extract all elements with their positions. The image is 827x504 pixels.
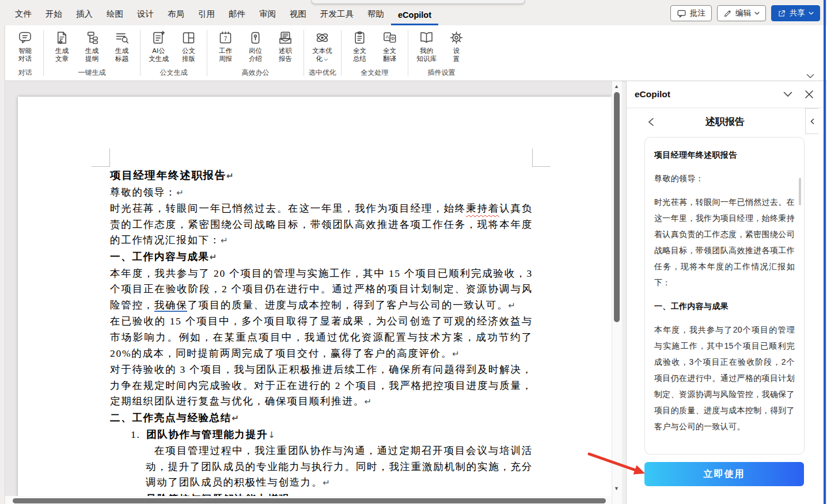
doc-title: 项目经理年终述职报告↵ (110, 168, 533, 185)
full-translate-icon: AΦ (382, 30, 397, 45)
close-icon[interactable] (805, 90, 813, 98)
document-page[interactable]: 项目经理年终述职报告↵ 尊敬的领导：↵ 时光荏苒，转眼间一年已悄然过去。在这一年… (18, 97, 612, 504)
paragraph-mark: ↵ (232, 413, 239, 423)
panel-collapse-handle[interactable] (805, 108, 818, 134)
scroll-down-icon[interactable]: ▼ (614, 486, 619, 491)
button-label: 知识库 (416, 55, 437, 63)
ribbon-group-label: 高效办公 (212, 65, 299, 79)
vertical-scrollbar-thumb[interactable] (614, 92, 620, 322)
ribbon-group-official-doc: AI公 文生成 公文 排版 公文生成 (141, 25, 206, 81)
button-label: 智能 (18, 47, 32, 55)
paragraph-mark: ↵ (323, 478, 330, 488)
comment-button[interactable]: 批注 (670, 5, 712, 21)
full-summary-icon (352, 30, 367, 45)
ribbon-group-one-click: 生成 文章 生成 提纲 生成 标题 一键生成 (44, 25, 139, 81)
doc-paragraph: 在已验收的 15 个项目中，多个项目取得了显著成果，为公司创造了可观的经济效益与… (110, 314, 533, 362)
ribbon: 智能 对话 对话 生成 文章 生成 提纲 生成 标题 一键生成 (5, 25, 827, 81)
duty-report-button[interactable]: 述职 报告 (272, 28, 299, 65)
doc-list-item-1: 1.团队协作与管理能力提升↓ (131, 427, 533, 444)
comment-icon (677, 9, 686, 18)
button-label: 全文 (383, 47, 396, 55)
card-paragraph: 本年度，我共参与了20个项目的管理与实施工作，其中15个项目已顺利完成验收，3个… (654, 322, 795, 434)
doc-paragraph: 本年度，我共参与了 20 个项目的管理与实施工作，其中 15 个项目已顺利完成验… (110, 266, 533, 314)
svg-text:Φ: Φ (390, 36, 394, 41)
menu-item-insert[interactable]: 插入 (69, 4, 100, 25)
horizontal-scrollbar-thumb[interactable] (13, 498, 606, 503)
svg-text:A: A (386, 34, 389, 40)
generate-outline-button[interactable]: 生成 提纲 (78, 28, 105, 65)
line-break-mark: ↓ (268, 430, 275, 440)
chevron-down-icon[interactable] (783, 91, 792, 97)
share-button-label: 共享 (790, 8, 805, 18)
generate-outline-icon (84, 30, 100, 45)
menu-item-home[interactable]: 开始 (39, 4, 69, 25)
menu-item-review[interactable]: 审阅 (252, 4, 283, 25)
generate-title-button[interactable]: 生成 标题 (108, 28, 135, 65)
menu-item-design[interactable]: 设计 (130, 4, 161, 25)
dropdown-caret-icon (754, 12, 760, 15)
doc-paragraph: 时光荏苒，转眼间一年已悄然过去。在这一年里，我作为项目经理，始终秉持着认真负责的… (110, 201, 533, 249)
panel-nav: 述职报告 (627, 108, 824, 135)
ribbon-group-label: 一键生成 (48, 65, 135, 79)
knowledge-base-icon (419, 30, 434, 45)
button-label: 总结 (353, 55, 366, 63)
button-label: 周报 (219, 55, 232, 63)
button-label: 文章 (55, 55, 69, 63)
menu-item-developer[interactable]: 开发工具 (313, 4, 361, 25)
settings-button[interactable]: 设 置 (443, 28, 470, 65)
my-knowledge-button[interactable]: 我的 知识库 (413, 28, 440, 65)
menu-item-draw[interactable]: 绘图 (100, 4, 130, 25)
generate-article-button[interactable]: 生成 文章 (48, 28, 75, 65)
button-label: 岗位 (249, 47, 262, 55)
use-now-button[interactable]: 立即使用 (644, 462, 804, 486)
menu-item-ecopilot[interactable]: eCopilot (391, 6, 438, 25)
button-label: 对话 (18, 55, 32, 63)
button-label: 标题 (115, 55, 128, 63)
paragraph-mark: ↵ (176, 188, 184, 198)
scroll-up-icon[interactable]: ▲ (614, 84, 619, 89)
spellcheck-flagged-text: 秉持着 (466, 203, 499, 214)
menu-item-mailings[interactable]: 邮件 (222, 4, 252, 25)
button-label: 工作 (219, 47, 232, 55)
text-optimize-button[interactable]: 文本优 化 (309, 28, 336, 65)
card-paragraph: 尊敬的领导： (654, 170, 795, 186)
full-translate-button[interactable]: AΦ 全文 翻译 (376, 28, 403, 65)
ribbon-group-label: 全文处理 (346, 65, 403, 79)
ai-doc-generate-button[interactable]: AI公 文生成 (145, 28, 172, 65)
card-scrollbar-thumb[interactable] (799, 178, 801, 205)
generate-title-icon (114, 30, 130, 45)
menu-item-references[interactable]: 引用 (191, 4, 222, 25)
button-label: 全文 (353, 47, 366, 55)
button-label: 提纲 (85, 55, 98, 63)
menu-item-help[interactable]: 帮助 (361, 4, 391, 25)
menu-item-file[interactable]: 文件 (8, 4, 39, 25)
doc-heading-1: 一、工作内容与成果↵ (110, 249, 533, 266)
ai-doc-icon (151, 30, 166, 45)
doc-typeset-button[interactable]: 公文 排版 (175, 28, 202, 65)
ribbon-group-label: 对话 (12, 65, 39, 79)
full-summary-button[interactable]: 全文 总结 (346, 28, 373, 65)
weekly-report-button[interactable]: 7 工作 周报 (212, 28, 239, 65)
collapse-ribbon-icon[interactable] (806, 74, 814, 79)
back-chevron-icon[interactable] (647, 117, 655, 127)
menu-item-layout[interactable]: 布局 (161, 4, 191, 25)
window-right-edge (824, 0, 826, 504)
job-intro-button[interactable]: 岗位 介绍 (242, 28, 269, 65)
button-label: 化 (316, 55, 329, 63)
ecopilot-panel: eCopilot 述职报告 项目经理年终述职报告 尊敬的领导： 时光荏苒，转眼间… (626, 81, 824, 504)
button-label: 设 (453, 47, 460, 55)
panel-collapse-icon (810, 119, 814, 124)
job-intro-icon (248, 30, 263, 45)
menu-item-view[interactable]: 视图 (283, 4, 313, 25)
doc-paragraph: 对于待验收的 3 个项目，我与团队正积极推进后续工作，确保所有问题得到及时解决，… (110, 362, 533, 410)
share-button[interactable]: 共享 (771, 5, 820, 21)
button-label: 报告 (279, 55, 292, 63)
card-title: 项目经理年终述职报告 (654, 147, 795, 163)
document-text: 项目经理年终述职报告↵ 尊敬的领导：↵ 时光荏苒，转眼间一年已悄然过去。在这一年… (110, 168, 533, 504)
panel-title: eCopilot (635, 89, 783, 100)
smart-chat-button[interactable]: 智能 对话 (12, 28, 39, 65)
generate-article-icon (54, 30, 70, 45)
edit-mode-button[interactable]: 编辑 (717, 5, 766, 21)
search-box-remnant (311, 0, 525, 4)
ribbon-divider (140, 30, 141, 76)
